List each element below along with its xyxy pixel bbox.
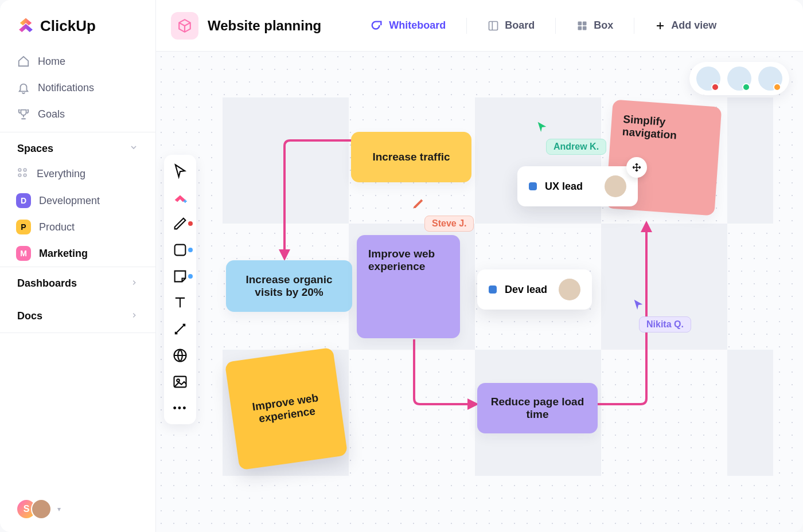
presence-user-2[interactable] (727, 66, 751, 91)
clickup-logo-icon (16, 16, 36, 36)
status-blue-icon (529, 182, 537, 190)
tool-connector[interactable] (172, 321, 188, 337)
cursor-steve (412, 196, 424, 211)
dashboards-section[interactable]: Dashboards (0, 267, 155, 300)
docs-label: Docs (17, 310, 42, 322)
sidebar: ClickUp Home Notifications Goals Spaces … (0, 0, 156, 532)
nav-home[interactable]: Home (9, 48, 146, 75)
tool-clickup[interactable] (172, 189, 188, 205)
board-label: Board (505, 19, 535, 32)
space-everything[interactable]: Everything (0, 161, 155, 187)
add-view[interactable]: Add view (649, 15, 722, 36)
page-title: Website planning (208, 18, 321, 34)
view-box[interactable]: Box (571, 15, 619, 36)
plus-icon (655, 21, 665, 31)
avatar (559, 279, 580, 300)
chevron-right-icon (130, 310, 138, 322)
cube-icon (177, 18, 192, 33)
tool-pen[interactable] (172, 216, 188, 232)
pointer-icon (172, 163, 188, 179)
space-product[interactable]: PProduct (0, 214, 155, 240)
image-icon (172, 374, 188, 390)
nav-notif-label: Notifications (38, 82, 94, 94)
svg-point-0 (18, 169, 21, 171)
canvas-toolbar: ••• (164, 155, 196, 424)
brand-logo[interactable]: ClickUp (0, 0, 155, 48)
brand-name: ClickUp (40, 17, 96, 35)
svg-point-3 (24, 174, 26, 177)
dots-icon: ••• (173, 402, 188, 414)
tool-web[interactable] (172, 347, 188, 363)
tool-shape[interactable] (172, 242, 188, 258)
whiteboard-canvas[interactable]: ••• Increase traffic Increase organic vi… (156, 52, 803, 532)
text-icon (172, 295, 188, 311)
view-whiteboard[interactable]: Whiteboard (365, 15, 451, 37)
svg-rect-9 (175, 245, 186, 256)
sticky-note-icon (172, 268, 188, 284)
space-development[interactable]: DDevelopment (0, 187, 155, 214)
main-area: Website planning Whiteboard Board Box Ad… (156, 0, 803, 532)
tool-image[interactable] (172, 374, 188, 390)
tool-text[interactable] (172, 295, 188, 311)
node-improve-web-2[interactable]: Improve web experience (225, 347, 348, 471)
card-dev-lead[interactable]: Dev lead (477, 269, 592, 310)
node-reduce-load[interactable]: Reduce page load time (477, 383, 598, 433)
svg-rect-8 (583, 26, 587, 30)
clickup-plus-icon (172, 189, 188, 205)
move-icon (632, 162, 642, 173)
mkt-label: Marketing (39, 248, 88, 260)
box-label: Box (594, 19, 613, 32)
view-board[interactable]: Board (482, 15, 540, 36)
avatar (605, 175, 626, 197)
svg-rect-7 (578, 26, 582, 30)
topbar: Website planning Whiteboard Board Box Ad… (156, 0, 803, 52)
svg-rect-6 (583, 21, 587, 25)
pen-icon (172, 216, 188, 232)
cursor-tag-andrew: Andrew K. (546, 139, 606, 155)
cursor-nikita (632, 298, 645, 313)
caret-down-icon: ▾ (57, 505, 61, 513)
svg-point-12 (177, 379, 180, 382)
everything-label: Everything (37, 168, 85, 180)
move-handle[interactable] (626, 157, 647, 178)
sidebar-user[interactable]: S ▾ (0, 486, 155, 532)
space-marketing[interactable]: MMarketing (0, 240, 155, 267)
cursor-andrew (536, 120, 548, 135)
card-ux-lead[interactable]: UX lead (517, 166, 638, 206)
board-icon (488, 20, 499, 32)
home-icon (17, 55, 30, 68)
cursor-tag-nikita: Nikita Q. (639, 316, 691, 332)
tool-select[interactable] (172, 163, 188, 179)
node-increase-traffic[interactable]: Increase traffic (351, 132, 471, 182)
whiteboard-icon (371, 19, 383, 32)
mkt-badge: M (16, 246, 31, 261)
add-view-label: Add view (671, 19, 716, 32)
presence-user-3[interactable] (758, 66, 782, 91)
svg-point-2 (18, 174, 21, 177)
docs-section[interactable]: Docs (0, 300, 155, 332)
nav-goals[interactable]: Goals (9, 101, 146, 127)
page-icon-box[interactable] (171, 12, 198, 40)
svg-rect-4 (489, 21, 498, 30)
spaces-label: Spaces (17, 143, 53, 155)
chevron-right-icon (130, 277, 138, 290)
presence-bar[interactable] (689, 62, 789, 95)
separator (555, 18, 556, 34)
globe-icon (172, 347, 188, 363)
node-organic-visits[interactable]: Increase organic visits by 20% (226, 260, 352, 312)
node-improve-web-1[interactable]: Improve web experience (357, 235, 460, 338)
nav-notifications[interactable]: Notifications (9, 75, 146, 101)
card-ux-label: UX lead (545, 181, 583, 193)
connector-icon (172, 321, 188, 337)
dev-badge: D (16, 193, 31, 208)
box-icon (576, 20, 588, 32)
separator (634, 18, 634, 34)
tool-sticky[interactable] (172, 268, 188, 284)
tool-more[interactable]: ••• (172, 400, 188, 416)
spaces-header[interactable]: Spaces (0, 132, 155, 161)
square-icon (172, 242, 188, 258)
presence-user-1[interactable] (696, 66, 720, 91)
bell-icon (17, 81, 30, 94)
whiteboard-label: Whiteboard (389, 19, 446, 32)
status-blue-icon (489, 285, 497, 294)
